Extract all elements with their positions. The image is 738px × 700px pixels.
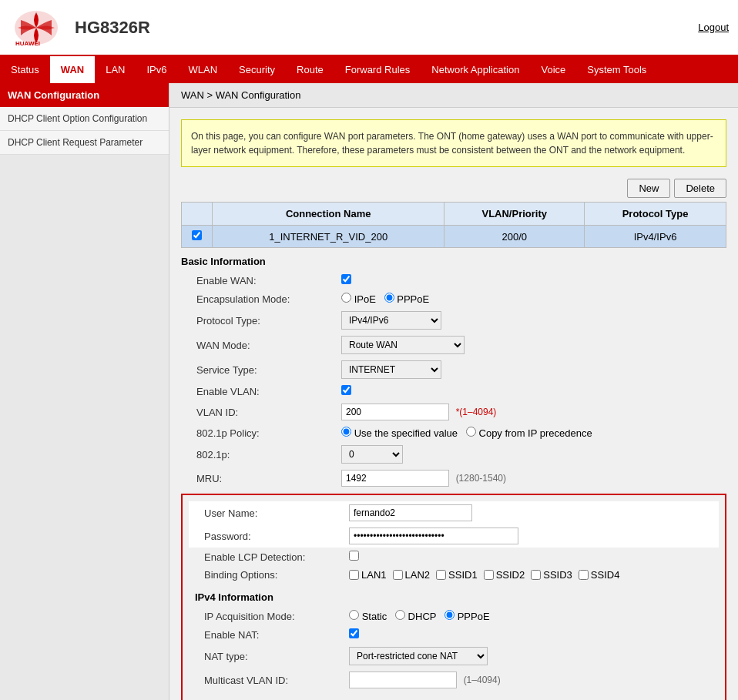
mru-label: MRU: bbox=[181, 467, 335, 490]
nav-wlan[interactable]: WLAN bbox=[178, 56, 229, 83]
enable-nat-value bbox=[343, 625, 719, 644]
delete-button[interactable]: Delete bbox=[674, 179, 726, 198]
nat-type-row: NAT type: Port-restricted cone NAT bbox=[189, 644, 719, 668]
password-label: Password: bbox=[189, 524, 343, 548]
nav-system-tools[interactable]: System Tools bbox=[576, 56, 657, 83]
enable-lcp-label: Enable LCP Detection: bbox=[189, 548, 343, 566]
header: HUAWEI HG8326R Logout bbox=[0, 0, 738, 56]
nav-voice[interactable]: Voice bbox=[530, 56, 576, 83]
field-8021p-value: 01234567 bbox=[335, 442, 726, 467]
nav-wan[interactable]: WAN bbox=[50, 56, 95, 83]
binding-lan2-checkbox[interactable] bbox=[393, 570, 403, 580]
binding-ssid2-checkbox[interactable] bbox=[484, 570, 494, 580]
sidebar-item-dhcp-client-request[interactable]: DHCP Client Request Parameter bbox=[0, 131, 169, 155]
policy-copy-radio[interactable] bbox=[466, 427, 476, 437]
protocol-type-select[interactable]: IPv4/IPv6 bbox=[341, 311, 441, 330]
binding-options-row: Binding Options: LAN1 LAN2 bbox=[189, 566, 719, 584]
policy-specified-label: Use the specified value bbox=[354, 427, 458, 439]
binding-ssid1-label: SSID1 bbox=[448, 569, 478, 581]
encap-ipoe-radio[interactable] bbox=[341, 293, 351, 303]
binding-options-value: LAN1 LAN2 SSID1 bbox=[343, 566, 719, 584]
enable-wan-label: Enable WAN: bbox=[181, 271, 335, 290]
enable-nat-row: Enable NAT: bbox=[189, 625, 719, 644]
binding-ssid1: SSID1 bbox=[436, 569, 478, 581]
new-button[interactable]: New bbox=[627, 179, 670, 198]
row-checkbox[interactable] bbox=[192, 230, 202, 240]
content-inner: On this page, you can configure WAN port… bbox=[169, 108, 738, 700]
service-type-row: Service Type: INTERNET bbox=[181, 357, 726, 382]
service-type-select[interactable]: INTERNET bbox=[341, 360, 441, 379]
nav-route[interactable]: Route bbox=[286, 56, 334, 83]
nav-network-application[interactable]: Network Application bbox=[421, 56, 530, 83]
lcp-binding-form: Enable LCP Detection: Binding Options: L… bbox=[189, 548, 719, 584]
ip-acq-mode-row: IP Acquisition Mode: Static DHCP PPPoE bbox=[189, 607, 719, 625]
enable-wan-row: Enable WAN: bbox=[181, 271, 726, 290]
encap-pppoe-radio[interactable] bbox=[384, 293, 394, 303]
policy-8021p-value: Use the specified value Copy from IP pre… bbox=[335, 424, 726, 442]
enable-nat-checkbox[interactable] bbox=[349, 628, 359, 638]
policy-8021p-row: 802.1p Policy: Use the specified value C… bbox=[181, 424, 726, 442]
ip-acq-dhcp-radio[interactable] bbox=[395, 610, 405, 620]
nat-type-label: NAT type: bbox=[189, 644, 343, 668]
password-value bbox=[343, 524, 719, 548]
nat-type-select[interactable]: Port-restricted cone NAT bbox=[349, 647, 488, 665]
wan-mode-value: Route WAN Bridge WAN bbox=[335, 333, 726, 357]
sidebar-item-dhcp-client-option[interactable]: DHCP Client Option Configuration bbox=[0, 107, 169, 131]
binding-ssid4-checkbox[interactable] bbox=[579, 570, 589, 580]
nav-forward-rules[interactable]: Forward Rules bbox=[334, 56, 421, 83]
ip-acq-pppoe-radio[interactable] bbox=[444, 610, 455, 620]
wan-mode-select[interactable]: Route WAN Bridge WAN bbox=[341, 336, 465, 354]
table-row[interactable]: 1_INTERNET_R_VID_200 200/0 IPv4/IPv6 bbox=[182, 226, 726, 248]
binding-ssid1-checkbox[interactable] bbox=[436, 570, 446, 580]
field-8021p-label: 802.1p: bbox=[181, 442, 335, 467]
vlan-id-value: *(1–4094) bbox=[335, 400, 726, 424]
binding-ssid4: SSID4 bbox=[579, 569, 620, 581]
breadcrumb: WAN > WAN Configuration bbox=[169, 83, 738, 108]
protocol-type-value: IPv4/IPv6 bbox=[335, 308, 726, 333]
policy-copy-label: Copy from IP precedence bbox=[479, 427, 592, 439]
field-8021p-select[interactable]: 01234567 bbox=[341, 445, 403, 464]
col-checkbox bbox=[182, 203, 213, 226]
enable-wan-checkbox[interactable] bbox=[341, 274, 351, 284]
binding-lan1-checkbox[interactable] bbox=[349, 570, 359, 580]
binding-lan1: LAN1 bbox=[349, 569, 387, 581]
username-row: User Name: bbox=[189, 501, 719, 524]
binding-ssid3-label: SSID3 bbox=[543, 569, 572, 581]
ip-acq-mode-label: IP Acquisition Mode: bbox=[189, 607, 343, 625]
ip-acq-static-radio[interactable] bbox=[349, 610, 359, 620]
enable-vlan-checkbox[interactable] bbox=[341, 385, 351, 395]
row-checkbox-cell[interactable] bbox=[182, 226, 213, 248]
nat-type-value: Port-restricted cone NAT bbox=[343, 644, 719, 668]
binding-ssid2: SSID2 bbox=[484, 569, 525, 581]
mru-input[interactable] bbox=[341, 470, 449, 487]
col-connection-name: Connection Name bbox=[213, 203, 444, 226]
sidebar-title: WAN Configuration bbox=[0, 83, 169, 107]
multicast-vlan-input[interactable] bbox=[349, 672, 457, 688]
ip-acq-mode-value: Static DHCP PPPoE bbox=[343, 607, 719, 625]
ip-acq-static-label: Static bbox=[362, 611, 387, 622]
enable-lcp-checkbox[interactable] bbox=[349, 551, 359, 561]
mru-value: (1280-1540) bbox=[335, 467, 726, 490]
username-label: User Name: bbox=[189, 501, 343, 524]
encap-mode-value: IPoE PPPoE bbox=[335, 290, 726, 308]
policy-specified-radio[interactable] bbox=[341, 427, 351, 437]
logout-button[interactable]: Logout bbox=[698, 22, 729, 33]
toolbar: New Delete bbox=[181, 179, 726, 198]
nav-status[interactable]: Status bbox=[0, 56, 50, 83]
binding-ssid3-checkbox[interactable] bbox=[531, 570, 541, 580]
ip-acq-pppoe-label: PPPoE bbox=[458, 611, 490, 622]
vlan-id-input[interactable] bbox=[341, 404, 449, 420]
nav-security[interactable]: Security bbox=[228, 56, 286, 83]
nav-lan[interactable]: LAN bbox=[95, 56, 136, 83]
info-box: On this page, you can configure WAN port… bbox=[181, 119, 726, 167]
basic-info-title: Basic Information bbox=[181, 256, 726, 267]
binding-ssid2-label: SSID2 bbox=[496, 569, 525, 581]
enable-lcp-value bbox=[343, 548, 719, 566]
vlan-id-hint: *(1–4094) bbox=[456, 407, 497, 417]
huawei-logo: HUAWEI bbox=[9, 6, 63, 49]
encap-mode-label: Encapsulation Mode: bbox=[181, 290, 335, 308]
username-input[interactable] bbox=[349, 504, 472, 521]
nav-ipv6[interactable]: IPv6 bbox=[136, 56, 178, 83]
enable-lcp-row: Enable LCP Detection: bbox=[189, 548, 719, 566]
password-input[interactable] bbox=[349, 528, 518, 544]
